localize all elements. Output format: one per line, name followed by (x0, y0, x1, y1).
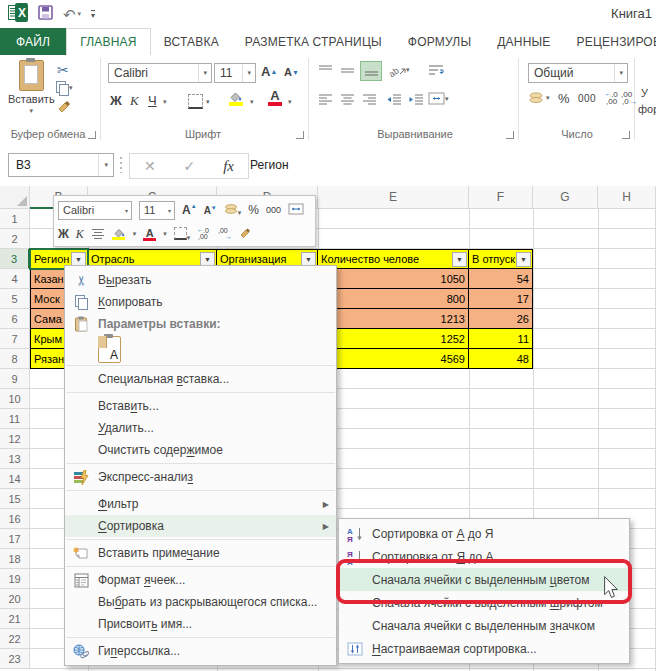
row-header-8[interactable]: 8 (0, 349, 30, 369)
tab-formulas[interactable]: ФОРМУЛЫ (395, 28, 484, 55)
align-middle-button[interactable] (340, 64, 355, 76)
context-menu-item-sort[interactable]: Сортировка▶ (65, 515, 336, 537)
header-cell-E3[interactable]: Количество челове▼ (318, 249, 469, 269)
underline-button[interactable]: Ч (148, 93, 157, 108)
select-all-button[interactable] (0, 186, 30, 209)
column-header-E[interactable]: E (318, 186, 469, 209)
context-menu-item-paste-options[interactable]: Параметры вставки: (65, 313, 336, 335)
cut-button[interactable]: ✂ (57, 62, 69, 78)
align-center-button[interactable] (340, 93, 355, 105)
context-menu-item-format-cells[interactable]: Формат ячеек... (65, 569, 336, 591)
row-header-11[interactable]: 11 (0, 409, 30, 429)
submenu-item-sort-by-icon[interactable]: Сначала ячейки с выделенным значком (339, 614, 629, 637)
enter-icon[interactable]: ✓ (184, 158, 196, 174)
row-header-17[interactable]: 17 (0, 529, 30, 549)
row-header-18[interactable]: 18 (0, 549, 30, 569)
row-header-16[interactable]: 16 (0, 509, 30, 529)
percent-style-button[interactable]: % (558, 91, 570, 106)
submenu-item-sort-a-z[interactable]: АЯСортировка от А до Я (339, 522, 629, 545)
borders-button[interactable]: ▾ (188, 94, 210, 109)
context-menu-item-clear-contents[interactable]: Очистить содержимое (65, 439, 336, 461)
row-header-2[interactable]: 2 (0, 229, 30, 249)
row-header-23[interactable]: 23 (0, 649, 30, 669)
wrap-text-button[interactable] (428, 64, 444, 76)
shrink-font-button[interactable]: А▼ (284, 66, 299, 78)
alignment-dialog-launcher[interactable] (506, 131, 514, 139)
row-header-19[interactable]: 19 (0, 569, 30, 589)
mini-fill-dropdown-icon[interactable]: ▾ (133, 230, 137, 238)
context-menu-item-delete-cells[interactable]: Удалить... (65, 417, 336, 439)
mini-format-painter-button[interactable] (239, 227, 252, 241)
context-menu-item-cut[interactable]: ✂Вырезать (65, 269, 336, 291)
row-header-3[interactable]: 3 (0, 249, 30, 269)
mini-decrease-decimal-button[interactable]: ,00→ (218, 226, 232, 242)
font-color-button[interactable]: А (268, 89, 282, 106)
header-cell-F3[interactable]: В отпуск▼ (469, 249, 533, 269)
row-header-21[interactable]: 21 (0, 609, 30, 629)
mini-comma-button[interactable]: 000 (266, 205, 281, 215)
row-header-15[interactable]: 15 (0, 489, 30, 509)
mini-bold-button[interactable]: Ж (58, 227, 69, 241)
insert-function-button[interactable]: fx (223, 158, 234, 175)
context-menu-item-hyperlink[interactable]: Гиперссылка... (65, 640, 336, 662)
font-color-dropdown-icon[interactable]: ▾ (288, 98, 292, 106)
row-header-1[interactable]: 1 (0, 209, 30, 229)
mini-font-color-dropdown-icon[interactable]: ▾ (163, 230, 167, 238)
align-bottom-button[interactable] (360, 61, 382, 81)
column-header-F[interactable]: F (469, 186, 533, 209)
row-header-20[interactable]: 20 (0, 589, 30, 609)
cell-F7[interactable]: 11 (469, 329, 533, 349)
mini-merge-button[interactable] (288, 203, 304, 217)
cell-F5[interactable]: 17 (469, 289, 533, 309)
decrease-decimal-button[interactable]: ,00→,0 (621, 89, 637, 105)
cell-F4[interactable]: 54 (469, 269, 533, 289)
mini-grow-font-button[interactable]: А▲ (182, 203, 197, 217)
row-header-7[interactable]: 7 (0, 329, 30, 349)
context-menu-item-filter[interactable]: Фильтр▶ (65, 493, 336, 515)
context-menu-item-insert-comment[interactable]: ✱Вставить примечание (65, 542, 336, 564)
cell-E6[interactable]: 1213 (318, 309, 469, 329)
cell-F6[interactable]: 26 (469, 309, 533, 329)
column-header-G[interactable]: G (533, 186, 598, 209)
tab-page-layout[interactable]: РАЗМЕТКА СТРАНИЦЫ (232, 28, 395, 55)
row-header-10[interactable]: 10 (0, 389, 30, 409)
mini-italic-button[interactable]: К (76, 227, 84, 242)
context-menu-item-paste-special[interactable]: Специальная вставка... (65, 368, 336, 390)
tab-insert[interactable]: ВСТАВКА (151, 28, 232, 55)
tab-review[interactable]: РЕЦЕНЗИРОВАН (564, 28, 656, 55)
align-left-button[interactable] (318, 93, 333, 105)
increase-indent-button[interactable] (408, 93, 424, 105)
mini-accounting-button[interactable]: ▾ (224, 203, 242, 217)
filter-button-F[interactable]: ▼ (516, 252, 531, 267)
conditional-formatting-clipped-label[interactable]: У (641, 87, 648, 99)
mini-font-size-combo[interactable]: 11▾ (139, 201, 175, 220)
mini-align-center-button[interactable] (91, 228, 105, 241)
merge-center-button[interactable]: ▾ (428, 92, 449, 105)
copy-button[interactable]: ▾ (56, 81, 73, 95)
undo-button[interactable]: ↶ ▾ (63, 7, 81, 22)
mini-fill-color-button[interactable] (112, 228, 126, 240)
align-right-button[interactable] (362, 93, 377, 105)
mini-increase-decimal-button[interactable]: ←.0,00 (197, 226, 211, 242)
cell-E8[interactable]: 4569 (318, 349, 469, 369)
font-dialog-launcher[interactable] (296, 131, 304, 139)
comma-style-button[interactable]: 000 (578, 93, 596, 104)
fill-color-dropdown-icon[interactable]: ▾ (250, 98, 254, 106)
bold-button[interactable]: Ж (110, 93, 122, 108)
underline-dropdown-icon[interactable]: ▾ (163, 98, 167, 106)
cancel-icon[interactable]: ✕ (144, 158, 156, 174)
context-menu-item-paste-option-keep-text[interactable]: А (65, 335, 336, 363)
accounting-format-button[interactable]: ▾ (528, 91, 550, 105)
row-header-4[interactable]: 4 (0, 269, 30, 289)
number-dialog-launcher[interactable] (622, 131, 630, 139)
filter-button-E[interactable]: ▼ (452, 252, 467, 267)
clipboard-dialog-launcher[interactable] (88, 131, 96, 139)
row-header-14[interactable]: 14 (0, 469, 30, 489)
paste-button[interactable]: Вставить ▾ (8, 60, 55, 115)
mini-shrink-font-button[interactable]: А▼ (204, 205, 217, 216)
row-header-9[interactable]: 9 (0, 369, 30, 389)
row-header-13[interactable]: 13 (0, 449, 30, 469)
context-menu-item-copy[interactable]: Копировать (65, 291, 336, 313)
mini-font-color-button[interactable]: А (143, 228, 156, 241)
name-box[interactable]: B3 ▾ (8, 153, 114, 177)
